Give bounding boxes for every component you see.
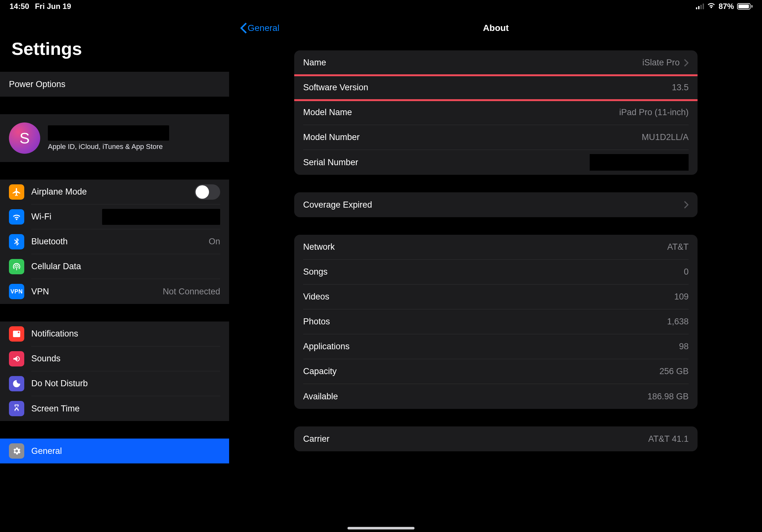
serial-redacted	[590, 154, 689, 170]
about-group-stats: Network AT&T Songs 0 Videos 109 Photos 1…	[294, 235, 698, 409]
settings-sidebar: Settings Power Options S Apple ID, iClou…	[0, 0, 230, 532]
about-group-carrier: Carrier AT&T 41.1	[294, 427, 698, 451]
apple-id-subtitle: Apple ID, iCloud, iTunes & App Store	[48, 143, 169, 151]
home-indicator[interactable]	[347, 527, 415, 529]
hourglass-icon	[9, 401, 24, 416]
sidebar-item-vpn[interactable]: VPN VPN Not Connected	[0, 279, 229, 304]
sidebar-item-wifi[interactable]: Wi-Fi	[0, 204, 229, 229]
row-videos[interactable]: Videos 109	[294, 285, 698, 309]
row-carrier[interactable]: Carrier AT&T 41.1	[294, 427, 698, 451]
sidebar-item-airplane-mode[interactable]: Airplane Mode	[0, 179, 229, 204]
about-group-coverage: Coverage Expired	[294, 192, 698, 217]
about-group-device: Name iSlate Pro Software Version 13.5 Mo…	[294, 50, 698, 175]
status-date: Fri Jun 19	[35, 2, 71, 11]
page-title: Settings	[12, 38, 218, 59]
status-bar: 14:50 Fri Jun 19 87%	[0, 0, 762, 13]
sidebar-item-power-options[interactable]: Power Options	[0, 72, 229, 97]
row-model-name[interactable]: Model Name iPad Pro (11-inch)	[294, 100, 698, 125]
avatar: S	[9, 122, 40, 154]
row-model-number[interactable]: Model Number MU1D2LL/A	[294, 125, 698, 150]
row-applications[interactable]: Applications 98	[294, 334, 698, 359]
status-time: 14:50	[10, 2, 29, 11]
apple-id-name-redacted	[48, 125, 169, 141]
row-serial-number[interactable]: Serial Number	[294, 150, 698, 175]
row-capacity[interactable]: Capacity 256 GB	[294, 359, 698, 384]
sidebar-item-screen-time[interactable]: Screen Time	[0, 396, 229, 421]
airplane-toggle[interactable]	[194, 184, 220, 200]
sidebar-item-sounds[interactable]: Sounds	[0, 346, 229, 371]
row-songs[interactable]: Songs 0	[294, 260, 698, 285]
sidebar-item-notifications[interactable]: Notifications	[0, 321, 229, 346]
chevron-right-icon	[684, 201, 689, 209]
row-photos[interactable]: Photos 1,638	[294, 309, 698, 334]
detail-header: General About	[230, 15, 762, 41]
airplane-icon	[9, 184, 24, 200]
cellular-signal-icon	[696, 4, 704, 9]
sidebar-item-bluetooth[interactable]: Bluetooth On	[0, 229, 229, 254]
cellular-icon	[9, 259, 24, 274]
row-software-version[interactable]: Software Version 13.5	[294, 75, 698, 100]
row-coverage[interactable]: Coverage Expired	[294, 192, 698, 217]
row-name[interactable]: Name iSlate Pro	[294, 50, 698, 75]
back-button[interactable]: General	[240, 23, 279, 33]
notifications-icon	[9, 326, 24, 342]
battery-icon	[737, 3, 752, 10]
vpn-icon: VPN	[9, 284, 24, 299]
wifi-value-redacted	[102, 209, 220, 225]
sidebar-item-cellular[interactable]: Cellular Data	[0, 254, 229, 279]
row-network[interactable]: Network AT&T	[294, 235, 698, 260]
sounds-icon	[9, 351, 24, 366]
detail-title: About	[483, 23, 509, 33]
sidebar-item-dnd[interactable]: Do Not Disturb	[0, 371, 229, 396]
moon-icon	[9, 376, 24, 391]
wifi-settings-icon	[9, 209, 24, 225]
bluetooth-icon	[9, 234, 24, 249]
gear-icon	[9, 443, 24, 459]
detail-pane: General About Name iSlate Pro Software V…	[230, 0, 762, 532]
chevron-left-icon	[240, 23, 247, 33]
battery-percent: 87%	[719, 2, 734, 11]
row-available[interactable]: Available 186.98 GB	[294, 384, 698, 409]
chevron-right-icon	[684, 59, 689, 67]
sidebar-item-apple-id[interactable]: S Apple ID, iCloud, iTunes & App Store	[0, 114, 229, 162]
sidebar-item-general[interactable]: General	[0, 438, 229, 463]
wifi-icon	[707, 2, 716, 11]
